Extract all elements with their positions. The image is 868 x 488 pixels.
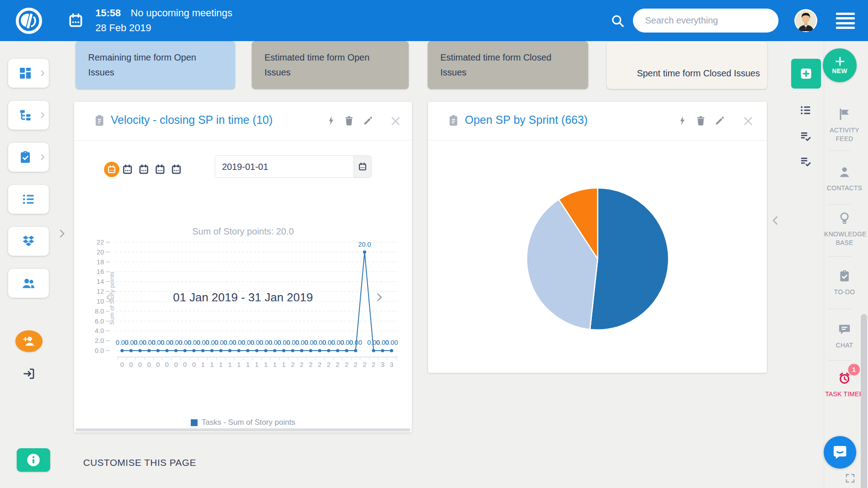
sidebar-item-tasks[interactable] bbox=[8, 143, 49, 172]
clock-time: 15:58 bbox=[95, 7, 121, 19]
rail-item-to-do[interactable]: TO-DO bbox=[824, 269, 865, 296]
svg-text:10: 10 bbox=[97, 298, 104, 305]
kpi-card-label: Spent time form Closed Issues bbox=[637, 66, 760, 81]
chart-legend: Tasks - Sum of Story points bbox=[74, 418, 412, 427]
rail-item-label: CHAT bbox=[824, 341, 865, 350]
topbar: 15:58 No upcoming meetings 28 Feb 2019 bbox=[0, 0, 868, 41]
close-icon[interactable] bbox=[742, 115, 753, 126]
calendar-icon bbox=[358, 162, 367, 171]
widget-horizontal-scrollbar[interactable] bbox=[75, 428, 410, 432]
widget-header: Velocity - closing SP in time (10) bbox=[74, 102, 412, 141]
info-button[interactable] bbox=[17, 448, 50, 472]
app-logo-icon[interactable] bbox=[15, 7, 43, 35]
kpi-card-estimated-closed[interactable]: Estimated time form Closed Issues bbox=[428, 41, 588, 89]
customise-page-link[interactable]: CUSTOMISE THIS PAGE bbox=[83, 457, 196, 468]
rail-item-task-timer[interactable]: TASK TIMER bbox=[824, 371, 865, 399]
rail-item-activity-feed[interactable]: ACTIVITY FEED bbox=[824, 108, 865, 143]
sidebar-item-dropbox[interactable] bbox=[8, 227, 49, 256]
onedesk-dashboard: 15:58 No upcoming meetings 28 Feb 2019 R… bbox=[0, 0, 868, 488]
svg-text:0: 0 bbox=[156, 361, 160, 368]
person-add-icon bbox=[22, 334, 36, 348]
svg-text:0: 0 bbox=[129, 361, 133, 368]
sidebar-item-projects[interactable] bbox=[8, 101, 49, 130]
sidebar-item-dashboards[interactable] bbox=[8, 59, 49, 88]
search-input[interactable] bbox=[633, 9, 778, 33]
panel-collapse-chevron-icon[interactable] bbox=[770, 214, 781, 227]
bolt-icon[interactable] bbox=[326, 115, 336, 126]
sidebar-expand-chevron-icon[interactable] bbox=[57, 227, 67, 240]
lightbulb-icon bbox=[838, 211, 851, 225]
close-icon[interactable] bbox=[390, 115, 401, 126]
svg-text:1: 1 bbox=[255, 361, 259, 368]
rail-item-chat[interactable]: CHAT bbox=[824, 323, 865, 350]
svg-text:0: 0 bbox=[192, 361, 196, 368]
period-day-toggle-selected[interactable] bbox=[104, 162, 119, 177]
fullscreen-icon[interactable] bbox=[844, 473, 856, 484]
svg-text:Sum of Story points: Sum of Story points bbox=[108, 272, 115, 325]
edit-icon[interactable] bbox=[363, 115, 373, 126]
velocity-line-chart: 222018161412108.06.04.02.00.0Sum of Stor… bbox=[74, 235, 412, 375]
rail-separator bbox=[828, 150, 851, 151]
edit-icon[interactable] bbox=[714, 115, 725, 126]
svg-text:2.0: 2.0 bbox=[95, 337, 104, 344]
new-button[interactable]: NEW bbox=[823, 48, 857, 82]
rail-item-knowledge-base[interactable]: KNOWLEDGE BASE bbox=[824, 211, 865, 247]
date-picker-button[interactable] bbox=[354, 156, 371, 178]
bolt-icon[interactable] bbox=[677, 115, 688, 126]
period-week-toggle[interactable] bbox=[122, 164, 133, 175]
trash-icon[interactable] bbox=[344, 115, 354, 126]
rail-item-label: CONTACTS bbox=[824, 184, 865, 192]
period-year-toggle[interactable] bbox=[171, 164, 182, 175]
sidebar-item-list[interactable] bbox=[8, 185, 49, 214]
svg-text:2: 2 bbox=[318, 361, 321, 368]
kpi-card-estimated-open[interactable]: Estimated time form Open Issues bbox=[252, 41, 409, 89]
kpi-card-spent-closed[interactable]: Spent time form Closed Issues bbox=[607, 41, 767, 89]
add-widget-button[interactable] bbox=[791, 59, 821, 89]
list-icon bbox=[21, 192, 36, 206]
svg-text:18: 18 bbox=[97, 258, 104, 266]
svg-text:0.00: 0.00 bbox=[385, 339, 398, 346]
trash-icon[interactable] bbox=[695, 115, 706, 126]
clipboard-check-icon bbox=[18, 150, 33, 164]
messenger-fab[interactable] bbox=[824, 436, 856, 469]
add-user-button[interactable] bbox=[15, 330, 42, 352]
person-icon bbox=[838, 165, 851, 179]
sidebar-item-contacts[interactable] bbox=[8, 269, 49, 298]
list-view-icon[interactable] bbox=[799, 104, 812, 117]
search-icon[interactable] bbox=[610, 14, 625, 28]
svg-text:1: 1 bbox=[201, 361, 205, 368]
svg-text:0: 0 bbox=[147, 361, 151, 368]
dropbox-icon bbox=[21, 234, 36, 249]
svg-text:2: 2 bbox=[363, 361, 366, 368]
meetings-status: No upcoming meetings bbox=[131, 7, 232, 19]
rail-item-label: TO-DO bbox=[824, 288, 865, 296]
checklist-icon[interactable] bbox=[799, 130, 812, 143]
svg-text:14: 14 bbox=[97, 278, 104, 285]
svg-text:0: 0 bbox=[165, 361, 169, 368]
checklist-icon[interactable] bbox=[799, 155, 812, 168]
svg-text:12: 12 bbox=[97, 288, 104, 295]
svg-text:2: 2 bbox=[309, 361, 312, 368]
svg-text:1: 1 bbox=[228, 361, 231, 368]
svg-text:2: 2 bbox=[372, 361, 375, 368]
avatar[interactable] bbox=[794, 9, 817, 32]
sign-in-out-icon[interactable] bbox=[22, 367, 36, 380]
date-input[interactable] bbox=[215, 156, 354, 178]
info-icon bbox=[27, 453, 40, 467]
calendar-icon[interactable] bbox=[68, 13, 84, 28]
legend-label: Tasks - Sum of Story points bbox=[202, 418, 295, 427]
kpi-card-remaining-open[interactable]: Remaining time form Open Issues bbox=[75, 41, 235, 89]
period-quarter-toggle[interactable] bbox=[155, 164, 165, 175]
menu-icon[interactable] bbox=[836, 13, 855, 29]
pie-widget: Open SP by Sprint (663) bbox=[428, 102, 767, 373]
svg-text:1: 1 bbox=[264, 361, 268, 368]
period-month-toggle[interactable] bbox=[138, 164, 149, 175]
rail-separator bbox=[828, 360, 851, 361]
vertical-scrollbar[interactable] bbox=[861, 314, 867, 488]
chevron-right-icon bbox=[39, 154, 46, 161]
svg-text:1: 1 bbox=[282, 361, 286, 368]
svg-text:0: 0 bbox=[174, 361, 178, 368]
svg-text:3: 3 bbox=[381, 361, 384, 368]
svg-text:22: 22 bbox=[97, 239, 104, 246]
rail-item-contacts[interactable]: CONTACTS bbox=[824, 165, 865, 192]
